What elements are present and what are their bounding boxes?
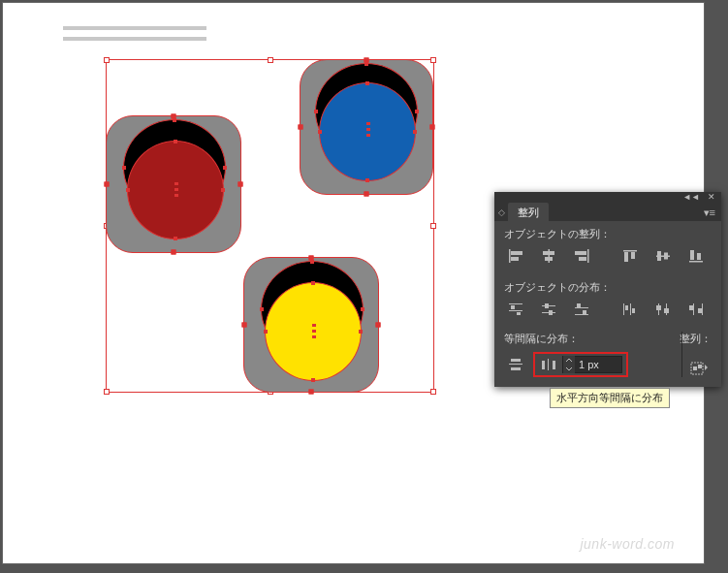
svg-rect-32 — [630, 303, 631, 315]
svg-rect-35 — [656, 305, 661, 310]
svg-rect-46 — [548, 359, 549, 370]
svg-rect-18 — [509, 303, 522, 304]
align-top-icon[interactable] — [618, 247, 642, 265]
object-center-icon — [312, 324, 316, 338]
svg-rect-27 — [577, 303, 581, 307]
svg-rect-10 — [624, 252, 628, 262]
distribute-hspacing-highlight: 1 px — [533, 352, 628, 377]
align-right-icon[interactable] — [570, 247, 593, 265]
svg-rect-44 — [511, 367, 521, 370]
distribute-hcenter-icon[interactable] — [651, 301, 675, 318]
svg-rect-49 — [693, 366, 697, 370]
svg-rect-33 — [632, 308, 635, 313]
panel-divider — [681, 332, 682, 377]
svg-rect-42 — [511, 359, 521, 362]
svg-rect-13 — [657, 251, 661, 261]
distribute-right-icon[interactable] — [684, 301, 708, 318]
align-bottom-icon[interactable] — [684, 247, 708, 265]
distribute-vcenter-icon[interactable] — [537, 301, 560, 318]
align-left-icon[interactable] — [504, 247, 527, 265]
object-center-icon — [174, 182, 178, 197]
spacing-stepper[interactable] — [563, 356, 575, 373]
tooltip: 水平方向等間隔に分布 — [550, 388, 670, 408]
distribute-vspacing-icon[interactable] — [504, 356, 527, 373]
align-tab[interactable]: 整列 — [508, 203, 549, 223]
align-to-selection-icon[interactable] — [686, 360, 713, 377]
panel-menu-icon[interactable]: ▾≡ — [704, 207, 715, 219]
svg-rect-47 — [553, 361, 555, 369]
svg-rect-43 — [509, 364, 522, 365]
svg-rect-26 — [575, 307, 588, 308]
svg-rect-38 — [693, 303, 694, 315]
svg-rect-19 — [511, 305, 515, 309]
svg-rect-29 — [583, 310, 586, 314]
decoration-lines — [63, 26, 206, 48]
watermark: junk-word.com — [580, 536, 675, 552]
object-center-icon — [366, 122, 370, 137]
svg-rect-20 — [509, 310, 522, 311]
svg-rect-16 — [690, 250, 694, 260]
svg-rect-23 — [545, 303, 549, 308]
svg-rect-11 — [631, 252, 635, 259]
svg-rect-39 — [689, 305, 693, 310]
svg-rect-45 — [542, 361, 545, 369]
svg-rect-15 — [689, 261, 703, 263]
distribute-bottom-icon[interactable] — [570, 301, 593, 318]
align-to-label: 整列： — [680, 332, 712, 346]
svg-rect-28 — [575, 314, 588, 315]
chevron-up-icon[interactable] — [563, 356, 575, 365]
svg-rect-25 — [549, 310, 553, 315]
svg-rect-8 — [579, 257, 586, 261]
svg-rect-4 — [543, 251, 554, 255]
svg-rect-6 — [587, 249, 589, 263]
yellow-circle — [265, 282, 362, 381]
svg-rect-5 — [545, 257, 553, 261]
svg-rect-7 — [575, 251, 586, 255]
close-icon[interactable]: ✕ — [708, 192, 715, 202]
distribute-left-icon[interactable] — [618, 301, 642, 318]
svg-rect-9 — [623, 250, 637, 252]
svg-rect-17 — [697, 253, 701, 260]
distribute-hspacing-icon[interactable] — [539, 356, 558, 373]
svg-rect-31 — [625, 305, 628, 310]
svg-rect-41 — [698, 308, 702, 313]
align-hcenter-icon[interactable] — [537, 247, 560, 265]
svg-rect-37 — [664, 308, 669, 313]
align-panel: ◄◄ ✕ ◇ 整列 ▾≡ オブジェクトの整列： — [494, 192, 721, 387]
spacing-value[interactable]: 1 px — [575, 359, 621, 370]
svg-rect-1 — [511, 251, 522, 255]
distribute-section-label: オブジェクトの分布： — [504, 280, 712, 295]
chevron-down-icon[interactable] — [563, 365, 575, 373]
collapse-icon[interactable]: ◄◄ — [682, 192, 700, 202]
distribute-top-icon[interactable] — [504, 301, 527, 318]
tab-chevron-icon[interactable]: ◇ — [498, 207, 505, 217]
blue-circle — [319, 82, 416, 181]
align-vcenter-icon[interactable] — [651, 247, 675, 265]
panel-topbar: ◄◄ ✕ — [494, 192, 721, 202]
spacing-input[interactable]: 1 px — [562, 356, 622, 373]
svg-rect-0 — [509, 249, 511, 263]
red-circle — [127, 141, 224, 239]
svg-rect-30 — [623, 303, 624, 315]
svg-rect-40 — [702, 303, 703, 315]
svg-rect-14 — [664, 253, 668, 260]
svg-rect-2 — [511, 257, 519, 261]
svg-rect-21 — [517, 312, 521, 315]
panel-tabs: ◇ 整列 ▾≡ — [494, 202, 721, 221]
svg-rect-50 — [698, 365, 702, 368]
align-section-label: オブジェクトの整列： — [504, 227, 712, 241]
